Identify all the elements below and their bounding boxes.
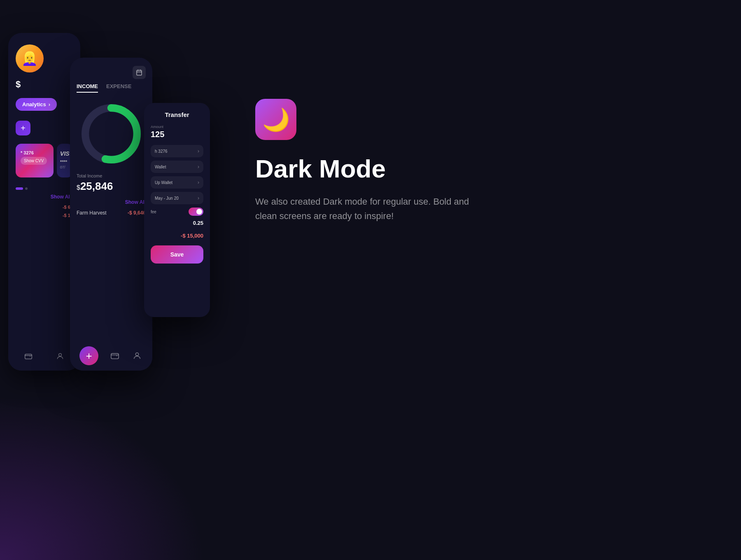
tab-expense[interactable]: EXPENSE	[106, 83, 131, 93]
field-row-3[interactable]: May - Jun 20 ›	[151, 192, 203, 204]
analytics-button[interactable]: Analytics ›	[16, 98, 57, 111]
bottom-nav-main: +	[70, 341, 152, 371]
svg-point-1	[59, 353, 62, 356]
show-all-link[interactable]: Show All	[16, 194, 73, 200]
dots-indicator	[16, 187, 73, 190]
moon-icon: 🌙	[262, 107, 290, 133]
negative-amount: -$ 15,000	[151, 233, 203, 239]
toggle-switch[interactable]	[189, 208, 203, 216]
show-cvv-button[interactable]: Show CVV	[21, 157, 47, 165]
tx-name: Farm Harvest	[77, 210, 107, 216]
field-row-text-3: May - Jun 20	[155, 196, 179, 201]
chart-container	[70, 101, 152, 167]
svg-point-9	[135, 353, 138, 356]
transaction-item: -$ 63	[16, 205, 73, 210]
add-button-small[interactable]: +	[16, 121, 30, 135]
field-row-text-2: Up Wallet	[155, 180, 172, 185]
total-income-label: Total Income	[77, 173, 146, 178]
fee-value: 0.25	[151, 220, 203, 226]
dark-mode-description: We also created Dark mode for regular us…	[255, 194, 469, 223]
right-section: 🌙 Dark Mode We also created Dark mode fo…	[255, 99, 543, 224]
add-circle-button[interactable]: +	[79, 346, 98, 365]
card-number: * 3276	[21, 150, 49, 155]
chevron-icon-0: ›	[198, 148, 199, 154]
svg-rect-8	[111, 354, 119, 359]
bottom-nav-back	[8, 342, 80, 371]
tab-row: INCOME EXPENSE	[70, 83, 152, 93]
amount-value: 125	[151, 130, 203, 139]
field-row-0[interactable]: h 3276 ›	[151, 145, 203, 157]
card-date: 07/	[60, 165, 70, 169]
visa-label: VIS	[60, 150, 70, 157]
svg-rect-2	[137, 70, 142, 75]
show-all-main[interactable]: Show All	[70, 199, 152, 205]
toggle-label: fee	[151, 210, 156, 214]
total-income-value: $25,846	[77, 180, 146, 193]
app-icon: 🌙	[255, 99, 296, 140]
chevron-icon-1: ›	[198, 164, 199, 170]
dot-active	[16, 187, 23, 190]
avatar: 👱‍♀️	[16, 44, 44, 72]
total-income-section: Total Income $25,846	[70, 173, 152, 193]
wallet-nav-icon[interactable]	[23, 350, 34, 362]
calendar-icon[interactable]	[133, 66, 146, 79]
field-row-text-0: h 3276	[155, 149, 168, 154]
tab-income[interactable]: INCOME	[77, 83, 98, 93]
phone-back: 👱‍♀️ $ Analytics › + * 3276 Show CVV VIS…	[8, 33, 80, 371]
phone-main: INCOME EXPENSE Total Income $25,846 Show…	[70, 58, 152, 371]
chevron-right-icon: ›	[49, 101, 50, 107]
transaction-item-2: -$ 10	[16, 213, 73, 218]
transaction-row: Farm Harvest -$ 9,646	[77, 210, 146, 216]
field-row-1[interactable]: Wallet ›	[151, 161, 203, 173]
svg-rect-0	[25, 354, 32, 359]
amount-label: Amount	[151, 125, 203, 129]
dot-inactive	[25, 187, 28, 190]
field-row-text-1: Wallet	[155, 165, 166, 169]
save-button[interactable]: Save	[151, 245, 203, 264]
dark-mode-title: Dark Mode	[255, 155, 543, 183]
transaction-list-main: Farm Harvest -$ 9,646	[70, 210, 152, 216]
transfer-panel: Transfer Amount 125 h 3276 › Wallet › Up…	[144, 103, 210, 317]
chevron-icon-3: ›	[198, 195, 199, 201]
card-purple: * 3276 Show CVV	[16, 144, 54, 177]
field-row-2[interactable]: Up Wallet ›	[151, 176, 203, 189]
transfer-title: Transfer	[151, 111, 203, 118]
tx-amount: -$ 9,646	[128, 210, 146, 216]
chevron-icon-2: ›	[198, 180, 199, 185]
profile-icon-main[interactable]	[131, 350, 143, 362]
wallet-icon-main[interactable]	[109, 350, 121, 362]
profile-nav-icon[interactable]	[54, 350, 66, 362]
toggle-row: fee	[151, 208, 203, 216]
phone-main-header	[70, 58, 152, 83]
card-stars: ****	[60, 159, 70, 164]
balance-partial: $	[16, 79, 73, 90]
